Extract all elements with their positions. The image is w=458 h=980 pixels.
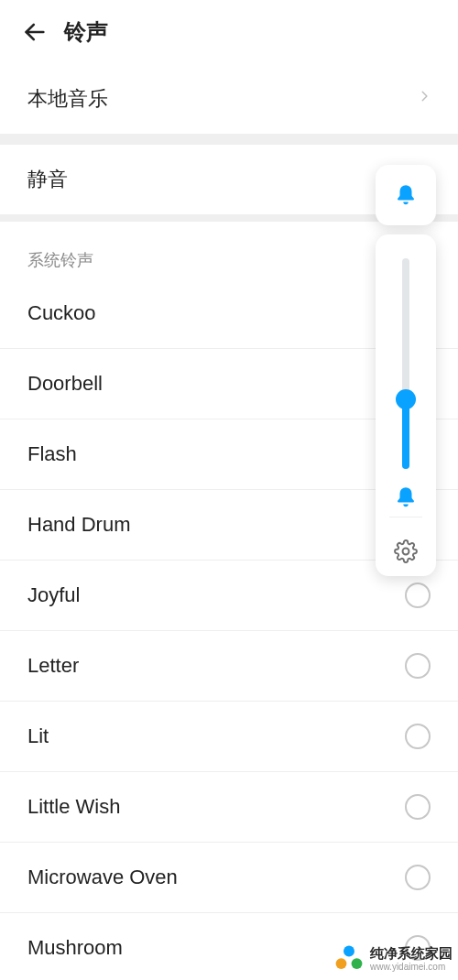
local-music-row[interactable]: 本地音乐	[0, 64, 458, 134]
radio-unselected[interactable]	[405, 583, 431, 608]
svg-point-4	[352, 958, 363, 969]
ringtone-name: Flash	[27, 442, 77, 466]
ringtone-name: Microwave Oven	[27, 866, 178, 889]
back-button[interactable]	[18, 16, 51, 49]
volume-slider-fill	[402, 399, 409, 469]
ringtone-name: Lit	[27, 724, 49, 748]
bell-icon	[394, 183, 418, 207]
volume-slider-card	[376, 234, 436, 576]
radio-unselected[interactable]	[405, 865, 431, 890]
radio-unselected[interactable]	[405, 724, 431, 749]
watermark-title: 纯净系统家园	[370, 946, 453, 962]
ringtone-name: Cuckoo	[27, 301, 96, 325]
silent-label: 静音	[27, 166, 68, 193]
watermark-url: www.yidaimei.com	[370, 962, 453, 972]
ringtone-name: Mushroom	[27, 936, 123, 960]
ringtone-item[interactable]: Lit	[0, 702, 458, 772]
ringtone-name: Little Wish	[27, 795, 120, 819]
ringtone-settings-screen: 铃声 本地音乐 静音 系统铃声 Cuckoo Doorbell Flash Ha…	[0, 0, 458, 980]
ringtone-item[interactable]: Little Wish	[0, 772, 458, 843]
ringtone-name: Joyful	[27, 583, 80, 607]
ringtone-item[interactable]: Letter	[0, 631, 458, 702]
local-music-label: 本地音乐	[27, 85, 108, 113]
radio-unselected[interactable]	[405, 794, 431, 820]
svg-point-1	[403, 549, 409, 555]
ringtone-item[interactable]: Microwave Oven	[0, 843, 458, 913]
bell-icon	[394, 485, 418, 509]
header-bar: 铃声	[0, 0, 458, 64]
page-title: 铃声	[64, 17, 108, 47]
svg-point-3	[336, 958, 347, 969]
gear-icon[interactable]	[394, 539, 418, 563]
arrow-left-icon	[22, 19, 48, 45]
ringtone-name: Hand Drum	[27, 513, 130, 537]
watermark-logo-icon	[333, 943, 365, 975]
volume-slider[interactable]	[402, 258, 409, 469]
volume-mode-button[interactable]	[376, 165, 436, 225]
radio-unselected[interactable]	[405, 653, 431, 679]
chevron-right-icon	[418, 85, 431, 114]
ringtone-name: Doorbell	[27, 372, 103, 396]
svg-point-2	[344, 946, 354, 957]
watermark: 纯净系统家园 www.yidaimei.com	[333, 943, 453, 975]
section-gap	[0, 134, 458, 145]
volume-panel	[376, 165, 436, 576]
panel-divider	[389, 517, 422, 517]
volume-slider-thumb[interactable]	[396, 389, 416, 409]
ringtone-name: Letter	[27, 654, 79, 678]
